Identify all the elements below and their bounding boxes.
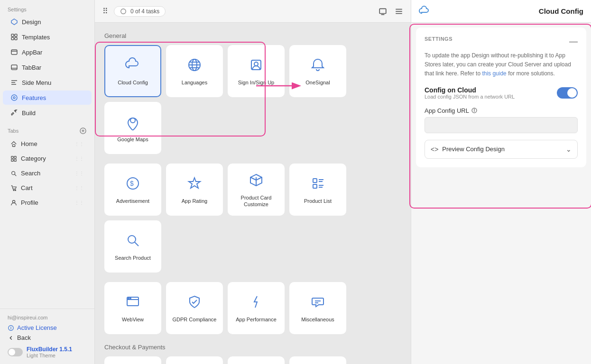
svg-text:$: $ <box>130 180 134 187</box>
shield-icon <box>186 293 203 312</box>
general-cards-row2: $ Advertisement App Rating <box>104 164 401 273</box>
svg-point-13 <box>13 97 15 99</box>
card-productlist[interactable]: Product List <box>289 164 346 216</box>
svg-rect-5 <box>11 50 17 55</box>
theme-toggle[interactable] <box>8 348 23 356</box>
sidebar-item-tabbar[interactable]: TabBar <box>3 60 92 74</box>
map-icon <box>124 113 141 132</box>
close-button[interactable]: — <box>569 37 578 46</box>
card-payment[interactable]: Payment Settings <box>166 356 223 364</box>
drag-handle: ⋮⋮ <box>74 200 84 205</box>
features-icon <box>10 94 18 101</box>
url-input[interactable] <box>425 117 578 133</box>
config-cloud-toggle[interactable] <box>557 87 578 99</box>
card-label: Sign In/Sign Up <box>235 79 277 86</box>
preview-dropdown[interactable]: <> Preview Config Design ⌄ <box>425 140 578 159</box>
card-languages[interactable]: Languages <box>166 45 223 97</box>
drag-handle: ⋮⋮ <box>74 156 84 161</box>
svg-rect-55 <box>313 184 317 188</box>
general-cards-row3: WebView GDPR Compliance App Performan <box>104 282 401 334</box>
card-signin[interactable]: Sign In/Sign Up <box>228 45 285 97</box>
svg-rect-21 <box>11 159 13 161</box>
guide-link[interactable]: this guide <box>482 70 506 77</box>
cloud-header-icon <box>419 5 429 18</box>
grid-apps-icon[interactable]: ⠿ <box>102 7 108 16</box>
person-icon <box>10 200 17 206</box>
settings-section-label: Settings <box>0 0 94 14</box>
preview-label: Preview Config Design <box>442 146 505 153</box>
tab-profile[interactable]: Profile ⋮⋮ <box>3 196 92 209</box>
card-shoppingcart[interactable]: Shopping Cart <box>104 356 161 364</box>
card-productcard[interactable]: Product Card Customize <box>228 164 285 216</box>
panel-title: Cloud Config <box>539 7 583 15</box>
main-content: ⠿ 0 of 4 tasks <box>95 0 411 364</box>
svg-rect-18 <box>12 144 15 146</box>
box-icon <box>248 172 265 191</box>
sidebar-item-templates[interactable]: Templates <box>3 30 92 44</box>
sidebar-item-sidemenu[interactable]: Side Menu <box>3 75 92 90</box>
card-gdpr[interactable]: GDPR Compliance <box>166 282 223 334</box>
profile-tab-label: Profile <box>21 199 38 206</box>
back-icon <box>8 335 14 341</box>
back-button[interactable]: Back <box>8 334 87 341</box>
settings-description: To update the app Design without re-publ… <box>425 51 578 79</box>
card-webview[interactable]: WebView <box>104 282 161 334</box>
config-cloud-subtitle: Load config JSON from a network URL <box>425 94 515 100</box>
chevron-down-icon: ⌄ <box>566 146 572 153</box>
tab-search[interactable]: Search ⋮⋮ <box>3 166 92 180</box>
build-label: Build <box>22 109 36 117</box>
url-label-text: App Config URL <box>425 107 469 114</box>
task-count: 0 of 4 tasks <box>130 8 159 15</box>
tab-category[interactable]: Category ⋮⋮ <box>3 152 92 165</box>
svg-point-27 <box>12 200 15 202</box>
svg-point-63 <box>130 298 131 299</box>
svg-line-50 <box>250 177 256 180</box>
active-license[interactable]: Active License <box>8 324 87 331</box>
checkout-section-title: Checkout & Payments <box>104 344 401 351</box>
card-apprating[interactable]: App Rating <box>166 164 223 216</box>
card-searchproduct[interactable]: Search Product <box>104 220 161 273</box>
templates-label: Templates <box>22 34 50 41</box>
tabs-section: Tabs <box>0 120 94 136</box>
svg-point-26 <box>15 190 16 191</box>
svg-point-62 <box>128 298 129 299</box>
add-tab-icon[interactable] <box>79 127 87 135</box>
card-googlemaps[interactable]: Google Maps <box>104 102 161 154</box>
monitor-icon[interactable] <box>379 7 387 16</box>
card-label: OneSignal <box>303 79 332 86</box>
tab-cart[interactable]: Cart ⋮⋮ <box>3 181 92 195</box>
sidebar-item-appbar[interactable]: AppBar <box>3 45 92 59</box>
card-label: GDPR Compliance <box>170 316 220 323</box>
card-label: App Rating <box>179 198 210 204</box>
svg-line-51 <box>256 177 262 180</box>
card-cloud-config[interactable]: Cloud Config <box>104 45 161 97</box>
lightning-icon <box>248 293 265 312</box>
appbar-label: AppBar <box>22 49 42 56</box>
diamond-icon <box>10 18 18 26</box>
svg-point-12 <box>11 95 17 100</box>
sidebar-item-design[interactable]: Design <box>3 15 92 29</box>
card-shipping[interactable]: Shipping Country <box>289 356 346 364</box>
svg-point-23 <box>12 171 15 174</box>
card-advertisement[interactable]: $ Advertisement <box>104 164 161 216</box>
user-email: hi@inspireui.com <box>8 315 87 320</box>
tab-home[interactable]: Home ⋮⋮ <box>3 137 92 151</box>
task-toggle[interactable]: 0 of 4 tasks <box>114 6 166 17</box>
list-icon[interactable] <box>395 7 403 16</box>
svg-rect-2 <box>15 34 17 36</box>
card-performance[interactable]: App Performance <box>228 282 285 334</box>
general-cards-row1: Cloud Config Languages <box>104 45 401 154</box>
tabbar-icon <box>10 64 18 71</box>
sidebar-item-build[interactable]: Build <box>3 106 92 120</box>
checkout-row1: Shopping Cart Payment Settings <box>104 356 401 364</box>
card-aftership[interactable]: AfterShip Integration <box>228 356 285 364</box>
card-onesignal[interactable]: OneSignal <box>289 45 346 97</box>
card-label: Google Maps <box>114 136 151 143</box>
features-label: Features <box>22 94 46 101</box>
info-icon <box>471 107 478 114</box>
sidebar-item-features[interactable]: Features <box>3 91 92 105</box>
svg-point-99 <box>474 109 474 109</box>
card-misc[interactable]: Miscellaneous <box>289 282 346 334</box>
url-label-section: App Config URL <box>425 107 578 114</box>
tabs-label: Tabs <box>8 128 18 134</box>
